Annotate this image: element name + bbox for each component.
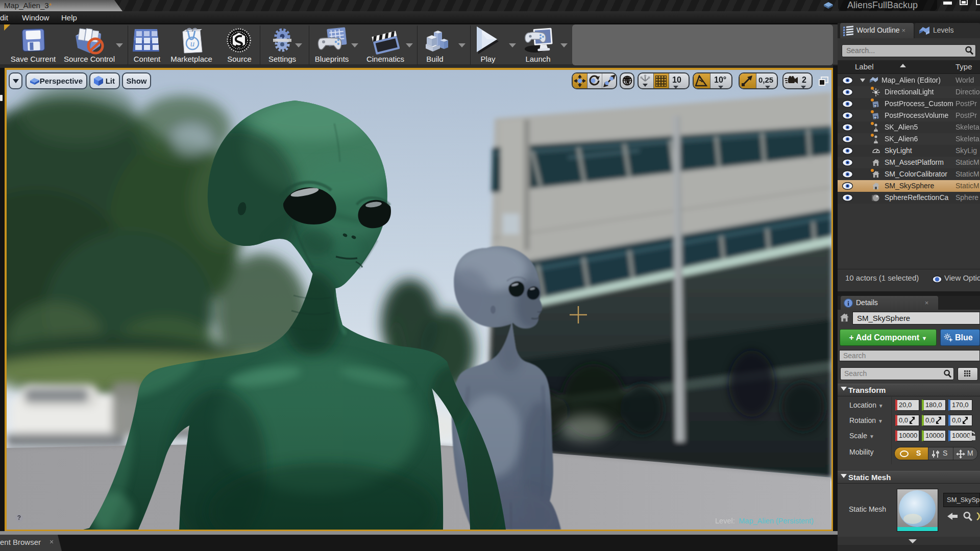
svg-text:+: + xyxy=(874,115,876,120)
svg-text:u: u xyxy=(190,39,195,48)
svg-text:+: + xyxy=(874,104,876,109)
svg-text:i: i xyxy=(847,299,849,307)
